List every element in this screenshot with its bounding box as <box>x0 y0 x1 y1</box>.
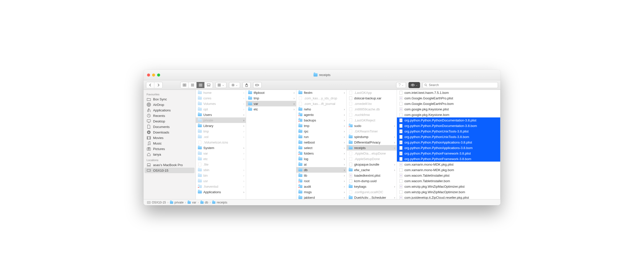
file-row[interactable]: com.xamarin.mono-MDK.pkg.bom <box>397 167 500 173</box>
group-by-button[interactable]: ⌄ <box>215 82 226 88</box>
sidebar-item[interactable]: AirDrop <box>144 102 196 107</box>
list-view-button[interactable] <box>189 82 197 88</box>
share-button[interactable] <box>243 82 251 88</box>
sidebar-item[interactable]: asas's MacBook Pro <box>144 162 196 168</box>
column-view-button[interactable] <box>197 82 205 88</box>
file-row[interactable]: .GKRearmTimer <box>347 128 397 134</box>
file-row[interactable]: com.winzip.pkg.WinZipMacOptimizer.bom <box>397 189 500 195</box>
file-row[interactable]: com.wacom.TabletInstaller.bom <box>397 178 500 184</box>
folder-row[interactable]: System› <box>196 145 246 151</box>
folder-row[interactable]: Applications› <box>196 189 246 195</box>
file-row[interactable]: ⟨⟩com.google.pkg.Keystone.plist <box>397 106 500 112</box>
folder-row[interactable]: var› <box>246 101 296 106</box>
folder-row[interactable]: audit› <box>296 184 346 189</box>
forward-button[interactable] <box>154 82 162 88</box>
file-row[interactable]: kcm-dump.uuid <box>347 178 397 184</box>
folder-row[interactable]: Volumes› <box>196 101 246 106</box>
folder-row[interactable]: etc› <box>196 156 246 162</box>
file-row[interactable]: ⟨⟩org.python.Python.PythonApplications-3… <box>397 140 500 145</box>
column[interactable]: flexlm›.com_kas…y_ids_drop.com_kas…ift_j… <box>296 90 347 199</box>
folder-row[interactable]: select› <box>296 145 346 151</box>
folder-row[interactable]: home› <box>196 90 246 95</box>
file-row[interactable]: org.python.Python.PythonUnixTools-3.8.bo… <box>397 134 500 140</box>
search-field[interactable] <box>423 82 498 88</box>
file-row[interactable]: .LastGKReject <box>347 117 397 123</box>
file-row[interactable]: .configureLocalKDC <box>347 189 397 195</box>
file-row[interactable]: ⟨⟩loadedkextmt.plist <box>347 173 397 178</box>
folder-row[interactable]: etc› <box>246 106 296 112</box>
file-row[interactable]: ⟨⟩org.python.Python.PythonUnixTools-3.8.… <box>397 128 500 134</box>
path-segment[interactable]: var <box>188 201 196 204</box>
file-row[interactable]: .intl8859cache.db <box>347 106 397 112</box>
sidebar-item[interactable]: Desktop <box>144 118 196 124</box>
folder-row[interactable]: at› <box>296 162 346 167</box>
folder-row[interactable]: rwho› <box>296 106 346 112</box>
path-segment[interactable]: OSX10-15 <box>147 201 166 204</box>
folder-row[interactable]: var› <box>196 151 246 156</box>
sidebar-item[interactable]: tanya <box>144 152 196 157</box>
path-segment[interactable]: private <box>170 201 183 204</box>
folder-row[interactable]: db› <box>296 167 346 173</box>
file-row[interactable]: dslocal-backup.xar <box>347 95 397 101</box>
folder-row[interactable]: .fseventsd› <box>196 184 246 189</box>
folder-row[interactable]: run› <box>296 134 346 140</box>
file-row[interactable]: ⟨⟩com.Google.GoogleEarthPro.plist <box>397 95 500 101</box>
file-row[interactable]: .AppleDia…etupDone <box>347 151 397 156</box>
folder-row[interactable]: spindump› <box>347 134 397 140</box>
column[interactable]: com.intel.kext.haxm.7.5.1.bom⟨⟩com.Googl… <box>397 90 500 199</box>
file-row[interactable]: org.python.Python.PythonApplications-3.8… <box>397 145 500 151</box>
zoom-button[interactable] <box>157 74 160 77</box>
folder-row[interactable]: Library› <box>196 123 246 128</box>
folder-row[interactable]: rpc› <box>296 128 346 134</box>
folder-row[interactable]: private› <box>196 117 246 123</box>
search-input[interactable] <box>429 83 496 87</box>
folder-row[interactable]: jabberd› <box>296 195 346 199</box>
sidebar-item[interactable]: Music <box>144 141 196 146</box>
file-row[interactable]: .LastGKApp <box>347 90 397 95</box>
column[interactable]: .LastGKAppdslocal-backup.xar.omedelif.bv… <box>347 90 397 199</box>
folder-row[interactable]: flexlm› <box>296 90 346 95</box>
folder-row[interactable]: bin› <box>196 173 246 178</box>
sidebar-item[interactable]: Movies <box>144 135 196 141</box>
column[interactable]: tftpboot›tmp›var›etc› <box>246 90 296 199</box>
sidebar-item[interactable]: Downloads <box>144 129 196 135</box>
file-row[interactable]: .VolumeIcon.icns <box>196 140 246 145</box>
action-button[interactable]: ⌄ <box>229 82 240 88</box>
folder-row[interactable]: sbin› <box>196 167 246 173</box>
file-row[interactable]: org.python.Python.PythonDocumentation-3.… <box>397 123 500 128</box>
path-segment[interactable]: db <box>200 201 208 204</box>
file-row[interactable]: com.google.pkg.Keystone.bom <box>397 112 500 117</box>
file-row[interactable]: ⟨⟩com.justdevelop.it.ZipCloud.reseller.p… <box>397 195 500 199</box>
folder-row[interactable]: tmp› <box>196 128 246 134</box>
path-segment[interactable]: receipts <box>212 201 227 204</box>
help-button[interactable]: ?⌄ <box>396 82 406 88</box>
folder-row[interactable]: root› <box>296 178 346 184</box>
folder-row[interactable]: Users› <box>196 112 246 117</box>
sidebar-item[interactable]: Pictures <box>144 146 196 152</box>
sidebar-item[interactable]: Recents <box>144 113 196 118</box>
folder-row[interactable]: netboot› <box>296 140 346 145</box>
folder-row[interactable]: cores› <box>196 95 246 101</box>
folder-row[interactable]: DifferentialPrivacy› <box>347 140 397 145</box>
folder-row[interactable]: tmp› <box>296 123 346 128</box>
file-row[interactable]: .nuchkfmw <box>347 112 397 117</box>
file-row[interactable]: gkopaque.bundle› <box>347 162 397 167</box>
folder-row[interactable]: DuetActiv…Scheduler› <box>347 195 397 199</box>
sidebar-item[interactable]: Applications <box>144 107 196 113</box>
file-row[interactable]: .omedelif.bv <box>347 101 397 106</box>
folder-row[interactable]: usr› <box>196 178 246 184</box>
privacy-button[interactable]: ⌄ <box>408 82 420 88</box>
file-row[interactable]: com.intel.kext.haxm.7.5.1.bom <box>397 90 500 95</box>
folder-row[interactable]: agentx› <box>296 112 346 117</box>
folder-row[interactable]: msgs› <box>296 189 346 195</box>
file-row[interactable]: .com_kas…y_ids_drop <box>296 95 346 101</box>
file-row[interactable]: .file <box>196 162 246 167</box>
folder-row[interactable]: keybags› <box>347 184 397 189</box>
file-row[interactable]: .AppleSetupDone <box>347 156 397 162</box>
folder-row[interactable]: .vol› <box>196 134 246 140</box>
titlebar[interactable]: receipts <box>144 70 500 80</box>
file-row[interactable]: ⟨⟩com.xamarin.mono-MDK.pkg.plist <box>397 162 500 167</box>
file-row[interactable]: ⟨⟩com.wacom.TabletInstaller.plist <box>397 173 500 178</box>
sidebar-item[interactable]: Box Sync <box>144 96 196 102</box>
file-row[interactable]: org.python.Python.PythonFramework-3.8.bo… <box>397 156 500 162</box>
